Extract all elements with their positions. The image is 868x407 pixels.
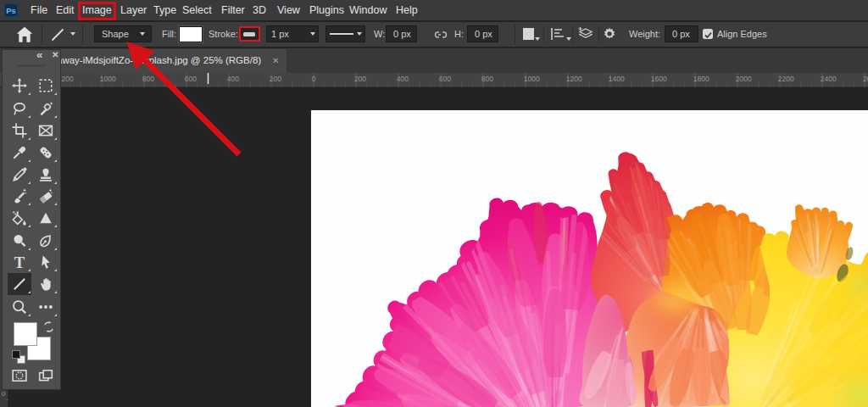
svg-text:2400: 2400 (821, 75, 837, 83)
svg-text:200: 200 (354, 75, 366, 83)
svg-text:2600: 2600 (863, 75, 868, 83)
svg-text:T: T (14, 254, 25, 270)
svg-text:2200: 2200 (778, 75, 794, 83)
svg-text:600: 600 (439, 75, 451, 83)
svg-text:1000: 1000 (524, 75, 540, 83)
svg-text:600: 600 (185, 75, 197, 83)
svg-text:2000: 2000 (736, 75, 752, 83)
svg-text:400: 400 (397, 75, 409, 83)
svg-text:800: 800 (142, 75, 154, 83)
svg-text:0: 0 (312, 75, 316, 83)
svg-text:200: 200 (270, 75, 281, 83)
svg-text:0: 0 (2, 390, 6, 398)
svg-text:1000: 1000 (100, 75, 116, 83)
svg-text:1600: 1600 (651, 75, 667, 83)
svg-text:1800: 1800 (693, 75, 709, 83)
svg-text:1200: 1200 (566, 75, 582, 83)
svg-text:800: 800 (481, 75, 493, 83)
svg-text:1400: 1400 (609, 75, 625, 83)
svg-text:400: 400 (227, 75, 239, 83)
